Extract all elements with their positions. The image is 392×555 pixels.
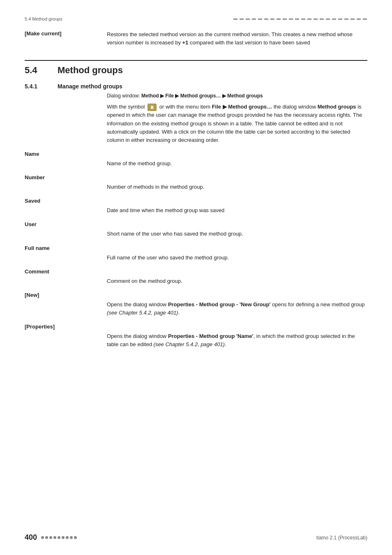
term-name-label: Name <box>25 150 107 157</box>
page-header: 5.4 Method groups <box>25 16 367 23</box>
term-saved-label: Saved <box>25 197 107 204</box>
page-footer: 400 tiamo 2.1 (ProcessLab) <box>25 533 367 542</box>
term-fullname-desc-text: Full name of the user who saved the meth… <box>107 254 367 262</box>
method-groups-icon: 📋 <box>148 104 157 111</box>
make-current-term: [Make current] <box>25 30 107 47</box>
footer-dots <box>41 536 77 539</box>
header-section-label: 5.4 Method groups <box>25 16 62 21</box>
term-fullname-label: Full name <box>25 244 107 251</box>
terms-list: Name Name of the method group. Number Nu… <box>25 150 367 349</box>
page: 5.4 Method groups [Make current] Restore… <box>0 0 392 555</box>
dialog-path: Dialog window: Method ▶ File ▶ Method gr… <box>107 93 367 99</box>
term-row-name: Name <box>25 150 367 157</box>
term-properties-label: [Properties] <box>25 323 107 330</box>
page-number: 400 <box>25 533 37 542</box>
header-decoration <box>233 18 367 20</box>
section-54-heading: 5.4 Method groups <box>25 60 367 76</box>
term-comment-desc-text: Comment on the method group. <box>107 277 367 285</box>
footer-product: tiamo 2.1 (ProcessLab) <box>316 535 367 541</box>
term-row-fullname-desc: Full name of the user who saved the meth… <box>25 254 367 262</box>
term-row-saved: Saved <box>25 197 367 204</box>
make-current-row: [Make current] Restores the selected met… <box>25 30 367 47</box>
section-54-title: Method groups <box>58 65 123 76</box>
term-row-saved-desc: Date and time when the method group was … <box>25 206 367 215</box>
term-comment-label: Comment <box>25 268 107 275</box>
term-row-number-desc: Number of methods in the method group. <box>25 183 367 191</box>
intro-paragraph: With the symbol 📋 or with the menu item … <box>107 103 367 144</box>
section-54-number: 5.4 <box>25 65 48 76</box>
term-saved-desc-text: Date and time when the method group was … <box>107 206 367 215</box>
term-properties-desc-text: Opens the dialog window Properties - Met… <box>107 332 367 349</box>
term-row-properties: [Properties] <box>25 323 367 330</box>
term-name-desc-text: Name of the method group. <box>107 160 367 168</box>
term-row-comment: Comment <box>25 268 367 275</box>
term-row-fullname: Full name <box>25 244 367 251</box>
term-row-user-desc: Short name of the user who has saved the… <box>25 230 367 238</box>
term-new-label: [New] <box>25 291 107 298</box>
term-number-desc-text: Number of methods in the method group. <box>107 183 367 191</box>
term-row-new: [New] <box>25 291 367 298</box>
make-current-section: [Make current] Restores the selected met… <box>25 30 367 47</box>
term-row-number: Number <box>25 173 367 180</box>
section-541-heading: 5.4.1 Manage method groups <box>25 83 367 90</box>
section-541-title: Manage method groups <box>58 83 122 90</box>
term-user-desc-text: Short name of the user who has saved the… <box>107 230 367 238</box>
footer-page-number-area: 400 <box>25 533 77 542</box>
term-row-properties-desc: Opens the dialog window Properties - Met… <box>25 332 367 349</box>
term-user-label: User <box>25 220 107 227</box>
term-row-comment-desc: Comment on the method group. <box>25 277 367 285</box>
term-number-label: Number <box>25 173 107 180</box>
make-current-description: Restores the selected method version as … <box>107 30 367 47</box>
term-row-name-desc: Name of the method group. <box>25 160 367 168</box>
term-row-user: User <box>25 220 367 227</box>
section-541-number: 5.4.1 <box>25 83 48 90</box>
term-row-new-desc: Opens the dialog window Properties - Met… <box>25 301 367 317</box>
term-name-description <box>107 150 367 157</box>
term-new-desc-text: Opens the dialog window Properties - Met… <box>107 301 367 317</box>
